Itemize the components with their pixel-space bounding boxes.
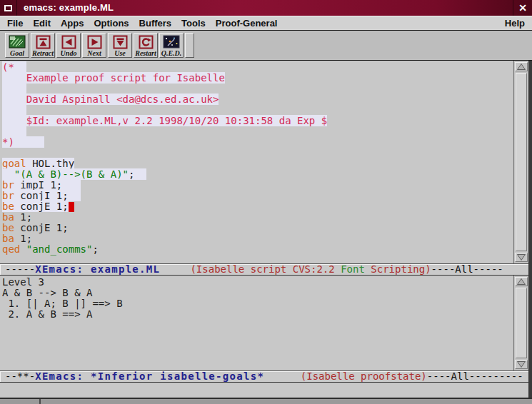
text-segment [20,243,26,255]
buffer-line[interactable] [2,105,513,116]
buffer-line[interactable] [2,148,513,158]
menu-item-help[interactable]: Help [505,18,525,29]
text-segment: be [2,222,14,233]
window-title: emacs: example.ML [17,0,513,16]
buffer-text: Level 3 [2,276,44,288]
goals-scrollbar[interactable] [513,276,528,370]
window-close-button[interactable]: ✕ [513,0,532,16]
menu-bar: FileEditAppsOptionsBuffersToolsProof-Gen… [0,16,532,31]
text-segment: br [2,190,14,201]
buffer-line[interactable]: David Aspinall <da@dcs.ed.ac.uk> [2,94,513,105]
text-segment [2,83,26,94]
menu-item-edit[interactable]: Edit [33,18,51,29]
text-segment: 1. [| A; B |] ==> B [2,298,123,309]
restart-icon [139,34,154,49]
menu-item-file[interactable]: File [7,18,23,29]
buffer-text: ba 1; [2,233,32,244]
goals-buffer[interactable]: Level 3A & B --> B & A 1. [| A; B |] ==>… [0,276,513,370]
buffer-line[interactable] [2,84,513,94]
menu-item-tools[interactable]: Tools [181,18,206,29]
buffer-line[interactable]: br impI 1; [2,180,513,191]
text-segment: --**- [5,370,35,382]
scroll-down-arrow-icon[interactable] [515,360,528,369]
buffer-line[interactable]: Level 3 [2,277,513,288]
next-button-label: Next [87,49,101,57]
menu-item-proof-general[interactable]: Proof-General [216,18,278,29]
use-button[interactable]: Use [108,33,132,58]
next-button[interactable]: Next [82,33,106,58]
text-segment: goal [2,158,26,169]
buffer-line[interactable]: 2. A & B ==> A [2,309,513,320]
menu-item-apps[interactable]: Apps [61,18,84,29]
text-segment: 1; [14,233,32,244]
buffer-line[interactable]: 1. [| A; B |] ==> B [2,298,513,309]
retract-button[interactable]: Retract [31,33,55,58]
title-bar[interactable]: emacs: example.ML ✕ [0,0,532,16]
text-segment: conjE 1; [14,201,69,212]
buffer-line[interactable]: br conjI 1; [2,191,513,201]
locked-region-line: David Aspinall <da@dcs.ed.ac.uk> [2,94,219,105]
goals-mode-line[interactable]: --**-XEmacs: *Inferior isabelle-goals* (… [0,370,528,383]
goal-button-label: Goal [10,49,24,57]
window-menu-icon [4,5,12,11]
text-segment: (* [2,61,26,73]
text-segment: A & B --> B & A [2,287,92,298]
scrollbar-thumb[interactable] [516,288,527,358]
text-segment [2,104,26,116]
buffer-line[interactable]: ba 1; [2,212,513,223]
menu-items-group: FileEditAppsOptionsBuffersToolsProof-Gen… [7,18,287,29]
text-segment: *) [2,136,44,148]
restart-button[interactable]: Restart [134,33,158,58]
locked-region-line: "(A & B)-->(B & A)"; [2,168,146,180]
buffer-line[interactable]: (* [2,62,513,73]
locked-region-line [2,126,26,137]
text-segment [264,370,301,382]
buffer-line[interactable]: ba 1; [2,233,513,244]
locked-region-line: $Id: example.ML,v 2.2 1998/10/20 10:31:5… [2,115,327,126]
text-segment: ba [2,233,14,244]
text-segment: "and_comms" [26,243,93,255]
goal-button[interactable]: Goal [5,33,29,58]
buffer-line[interactable]: qed "and_comms"; [2,244,513,255]
qed-button-label: Q.E.D. [161,49,182,57]
scroll-down-arrow-icon[interactable] [515,253,528,262]
buffer-line[interactable]: $Id: example.ML,v 2.2 1998/10/20 10:31:5… [2,116,513,126]
locked-region-line: br impI 1; [2,179,81,191]
text-segment: "(A & B)-->(B & A)" [14,168,129,180]
text-segment: ----All----- [431,263,503,275]
buffer-line[interactable]: Example proof script for Isabelle [2,73,513,84]
retract-button-label: Retract [32,49,54,57]
buffer-line[interactable]: A & B --> B & A [2,288,513,298]
toolbar: Goal Retract Undo [0,31,532,61]
locked-region-line: Example proof script for Isabelle [2,72,225,84]
undo-button[interactable]: Undo [56,33,81,58]
qed-button[interactable]: Q.E.D. [159,33,184,58]
buffer-line[interactable] [2,126,513,137]
text-segment: HOL.thy [26,158,74,169]
buffer-line[interactable]: *) [2,137,513,148]
scrollbar-thumb[interactable] [516,73,527,251]
scroll-up-arrow-icon[interactable] [515,62,528,71]
echo-area[interactable] [0,383,528,398]
text-segment: Example proof script for Isabelle [2,72,225,84]
script-scrollbar[interactable] [513,61,528,263]
locked-region-line: goal HOL.thy [2,158,74,169]
text-segment: ; [129,168,146,180]
window-bottom-border [0,398,532,404]
text-segment [2,126,26,137]
text-segment: qed [2,243,20,255]
buffer-line[interactable]: goal HOL.thy [2,158,513,169]
buffer-line[interactable]: be conjE 1; [2,223,513,233]
menu-item-options[interactable]: Options [94,18,129,29]
menu-item-buffers[interactable]: Buffers [139,18,172,29]
window-menu-button[interactable] [0,0,17,16]
scroll-up-arrow-icon[interactable] [515,277,528,286]
text-segment: ----- [5,263,35,275]
script-mode-line[interactable]: -----XEmacs: example.ML (Isabelle script… [0,263,528,276]
text-segment: ba [2,211,14,223]
buffer-line[interactable]: "(A & B)-->(B & A)"; [2,169,513,180]
locked-region-line: be conjE 1; [2,201,69,212]
script-window: (* Example proof script for Isabelle Dav… [0,61,528,263]
buffer-line[interactable]: be conjE 1; [2,201,513,212]
script-buffer[interactable]: (* Example proof script for Isabelle Dav… [0,61,513,263]
